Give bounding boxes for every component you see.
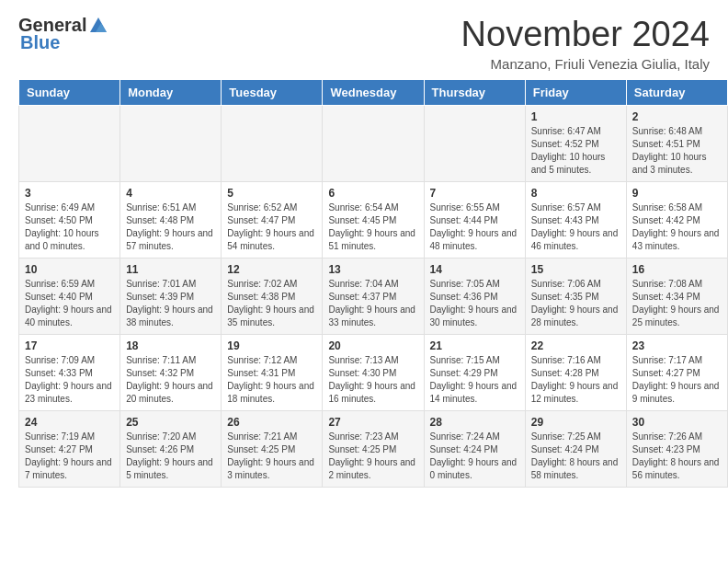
day-cell: 28Sunrise: 7:24 AM Sunset: 4:24 PM Dayli… [424,411,525,488]
title-block: November 2024 Manzano, Friuli Venezia Gi… [461,15,710,72]
day-number: 13 [328,263,417,276]
day-info: Sunrise: 7:06 AM Sunset: 4:35 PM Dayligh… [531,278,620,329]
header-cell-tuesday: Tuesday [222,80,323,106]
day-number: 25 [126,416,215,429]
day-info: Sunrise: 6:47 AM Sunset: 4:52 PM Dayligh… [531,125,620,177]
day-info: Sunrise: 7:26 AM Sunset: 4:23 PM Dayligh… [632,431,722,482]
day-cell: 15Sunrise: 7:06 AM Sunset: 4:35 PM Dayli… [525,259,626,335]
month-title: November 2024 [461,15,710,54]
day-cell [424,106,525,182]
calendar-body: 1Sunrise: 6:47 AM Sunset: 4:52 PM Daylig… [19,106,728,488]
day-number: 28 [430,416,519,429]
day-cell: 2Sunrise: 6:48 AM Sunset: 4:51 PM Daylig… [626,106,727,182]
day-info: Sunrise: 7:17 AM Sunset: 4:27 PM Dayligh… [632,354,722,406]
header-cell-sunday: Sunday [19,80,120,106]
day-number: 22 [531,339,620,352]
day-number: 16 [632,263,722,276]
day-cell: 10Sunrise: 6:59 AM Sunset: 4:40 PM Dayli… [19,259,120,335]
header-cell-monday: Monday [120,80,222,106]
day-info: Sunrise: 7:11 AM Sunset: 4:32 PM Dayligh… [126,354,215,406]
header-cell-thursday: Thursday [424,80,525,106]
day-number: 11 [126,263,215,276]
day-number: 30 [632,416,722,429]
day-cell: 17Sunrise: 7:09 AM Sunset: 4:33 PM Dayli… [19,335,120,411]
day-info: Sunrise: 6:48 AM Sunset: 4:51 PM Dayligh… [632,125,722,177]
day-number: 18 [126,339,215,352]
day-number: 19 [227,339,316,352]
week-row-5: 24Sunrise: 7:19 AM Sunset: 4:27 PM Dayli… [19,411,728,488]
day-cell: 12Sunrise: 7:02 AM Sunset: 4:38 PM Dayli… [222,259,323,335]
day-cell: 1Sunrise: 6:47 AM Sunset: 4:52 PM Daylig… [525,106,626,182]
day-cell: 20Sunrise: 7:13 AM Sunset: 4:30 PM Dayli… [323,335,424,411]
day-number: 7 [430,187,519,200]
calendar-wrapper: SundayMondayTuesdayWednesdayThursdayFrid… [0,79,728,497]
day-cell: 8Sunrise: 6:57 AM Sunset: 4:43 PM Daylig… [525,182,626,259]
header-cell-wednesday: Wednesday [323,80,424,106]
day-info: Sunrise: 6:58 AM Sunset: 4:42 PM Dayligh… [632,201,722,253]
day-cell: 30Sunrise: 7:26 AM Sunset: 4:23 PM Dayli… [626,411,727,488]
week-row-4: 17Sunrise: 7:09 AM Sunset: 4:33 PM Dayli… [19,335,728,411]
day-number: 9 [632,187,722,200]
day-cell [323,106,424,182]
logo-blue-text: Blue [20,32,60,53]
logo-icon [88,16,108,36]
calendar-header: SundayMondayTuesdayWednesdayThursdayFrid… [19,80,728,106]
day-cell: 5Sunrise: 6:52 AM Sunset: 4:47 PM Daylig… [222,182,323,259]
day-number: 23 [632,339,722,352]
day-info: Sunrise: 7:04 AM Sunset: 4:37 PM Dayligh… [328,278,417,329]
day-cell: 16Sunrise: 7:08 AM Sunset: 4:34 PM Dayli… [626,259,727,335]
day-info: Sunrise: 7:05 AM Sunset: 4:36 PM Dayligh… [430,278,519,329]
day-number: 1 [531,110,620,123]
day-info: Sunrise: 7:23 AM Sunset: 4:25 PM Dayligh… [328,431,417,482]
day-info: Sunrise: 7:08 AM Sunset: 4:34 PM Dayligh… [632,278,722,329]
day-number: 2 [632,110,722,123]
day-info: Sunrise: 7:02 AM Sunset: 4:38 PM Dayligh… [227,278,316,329]
week-row-2: 3Sunrise: 6:49 AM Sunset: 4:50 PM Daylig… [19,182,728,259]
day-number: 21 [430,339,519,352]
day-cell: 9Sunrise: 6:58 AM Sunset: 4:42 PM Daylig… [626,182,727,259]
day-cell: 13Sunrise: 7:04 AM Sunset: 4:37 PM Dayli… [323,259,424,335]
day-cell: 26Sunrise: 7:21 AM Sunset: 4:25 PM Dayli… [222,411,323,488]
day-cell [222,106,323,182]
header-cell-friday: Friday [525,80,626,106]
day-cell: 29Sunrise: 7:25 AM Sunset: 4:24 PM Dayli… [525,411,626,488]
day-info: Sunrise: 6:52 AM Sunset: 4:47 PM Dayligh… [227,201,316,253]
day-cell: 14Sunrise: 7:05 AM Sunset: 4:36 PM Dayli… [424,259,525,335]
day-cell [19,106,120,182]
day-number: 5 [227,187,316,200]
day-info: Sunrise: 6:51 AM Sunset: 4:48 PM Dayligh… [126,201,215,253]
day-cell: 21Sunrise: 7:15 AM Sunset: 4:29 PM Dayli… [424,335,525,411]
day-number: 8 [531,187,620,200]
day-cell: 19Sunrise: 7:12 AM Sunset: 4:31 PM Dayli… [222,335,323,411]
week-row-3: 10Sunrise: 6:59 AM Sunset: 4:40 PM Dayli… [19,259,728,335]
day-number: 3 [25,187,114,200]
day-number: 6 [328,187,417,200]
day-info: Sunrise: 6:49 AM Sunset: 4:50 PM Dayligh… [25,201,114,253]
day-info: Sunrise: 7:19 AM Sunset: 4:27 PM Dayligh… [25,431,114,482]
location-text: Manzano, Friuli Venezia Giulia, Italy [461,56,710,72]
day-number: 20 [328,339,417,352]
day-info: Sunrise: 7:24 AM Sunset: 4:24 PM Dayligh… [430,431,519,482]
day-number: 12 [227,263,316,276]
day-number: 17 [25,339,114,352]
day-cell: 7Sunrise: 6:55 AM Sunset: 4:44 PM Daylig… [424,182,525,259]
day-number: 15 [531,263,620,276]
day-number: 4 [126,187,215,200]
day-info: Sunrise: 7:01 AM Sunset: 4:39 PM Dayligh… [126,278,215,329]
day-info: Sunrise: 6:55 AM Sunset: 4:44 PM Dayligh… [430,201,519,253]
day-number: 24 [25,416,114,429]
day-cell: 18Sunrise: 7:11 AM Sunset: 4:32 PM Dayli… [120,335,222,411]
day-number: 29 [531,416,620,429]
day-cell: 11Sunrise: 7:01 AM Sunset: 4:39 PM Dayli… [120,259,222,335]
day-cell: 4Sunrise: 6:51 AM Sunset: 4:48 PM Daylig… [120,182,222,259]
day-info: Sunrise: 7:25 AM Sunset: 4:24 PM Dayligh… [531,431,620,482]
day-info: Sunrise: 6:54 AM Sunset: 4:45 PM Dayligh… [328,201,417,253]
logo: General Blue [18,15,110,53]
day-cell: 6Sunrise: 6:54 AM Sunset: 4:45 PM Daylig… [323,182,424,259]
page-header: General Blue November 2024 Manzano, Friu… [0,0,728,79]
day-info: Sunrise: 7:15 AM Sunset: 4:29 PM Dayligh… [430,354,519,406]
day-number: 27 [328,416,417,429]
day-info: Sunrise: 7:21 AM Sunset: 4:25 PM Dayligh… [227,431,316,482]
day-info: Sunrise: 6:59 AM Sunset: 4:40 PM Dayligh… [25,278,114,329]
day-info: Sunrise: 6:57 AM Sunset: 4:43 PM Dayligh… [531,201,620,253]
